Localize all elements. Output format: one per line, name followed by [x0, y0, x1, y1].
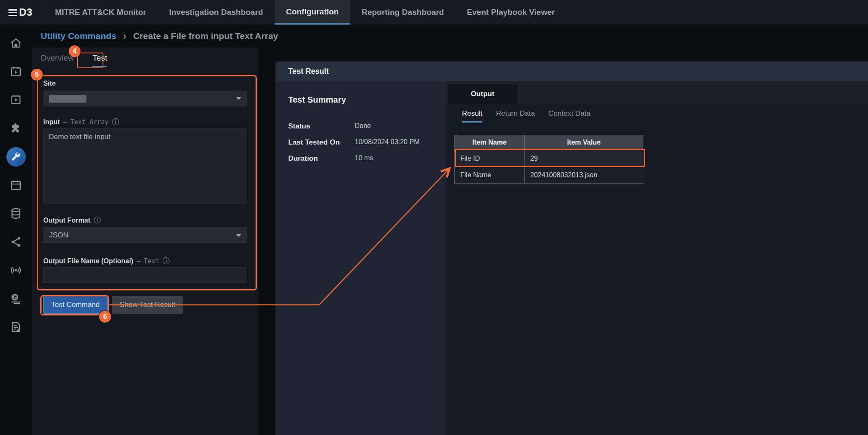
summary-row-status: Status Done — [288, 122, 441, 131]
test-command-button[interactable]: Test Command — [43, 296, 108, 314]
scheduled-playbook-icon — [10, 65, 22, 78]
result-table: Item Name Item Value File ID 29 File Nam… — [454, 135, 643, 184]
duration-value: 10 ms — [355, 154, 373, 163]
info-icon[interactable]: ⓘ — [94, 215, 101, 225]
top-nav: D3 MITRE ATT&CK Monitor Investigation Da… — [0, 0, 868, 25]
output-file-name-input[interactable] — [43, 267, 247, 283]
home-icon — [10, 37, 22, 49]
show-test-result-button[interactable]: Show Test Result — [112, 296, 183, 314]
sidebar-item-calendar[interactable] — [0, 171, 32, 199]
site-value-redacted — [49, 95, 86, 103]
chevron-down-icon — [236, 97, 241, 100]
output-section: Output Result Return Data Context Data I… — [446, 81, 868, 435]
test-result-title: Test Result — [288, 67, 329, 76]
output-file-name-label: Output File Name (Optional) – Text ⓘ — [43, 256, 170, 266]
test-summary-section: Test Summary Status Done Last Tested On … — [275, 81, 446, 435]
subtab-context-data[interactable]: Context Data — [548, 109, 590, 123]
tab-test[interactable]: Test — [92, 53, 107, 67]
nav-item-mitre-attck-monitor[interactable]: MITRE ATT&CK Monitor — [44, 0, 158, 25]
video-file-icon — [10, 94, 22, 106]
table-header-row: Item Name Item Value — [455, 135, 643, 150]
calendar-icon — [10, 179, 22, 191]
subtab-result[interactable]: Result — [462, 109, 482, 123]
test-actions: Test Command Show Test Result — [43, 296, 183, 314]
file-id-name-cell: File ID — [455, 150, 525, 167]
test-summary-title: Test Summary — [288, 95, 346, 105]
input-label: Input – Text Array ⓘ — [43, 117, 119, 127]
database-icon — [10, 207, 22, 220]
output-format-label: Output Format ⓘ — [43, 215, 101, 225]
sidebar-item-broadcast[interactable] — [0, 256, 32, 284]
nav-item-configuration[interactable]: Configuration — [275, 0, 351, 25]
app-screen: D3 MITRE ATT&CK Monitor Investigation Da… — [0, 0, 868, 435]
sidebar-item-connections[interactable] — [0, 228, 32, 256]
test-result-panel: Test Result Test Summary Status Done Las… — [275, 61, 868, 435]
sidebar-item-utility-commands[interactable] — [0, 142, 32, 171]
info-icon[interactable]: ⓘ — [112, 117, 119, 127]
input-textarea[interactable]: Demo text file input — [43, 128, 247, 204]
sidebar-item-video-playbook[interactable] — [0, 86, 32, 114]
last-tested-value: 10/08/2024 03:20 PM — [355, 138, 420, 147]
d3-logo-text: D3 — [19, 6, 33, 18]
output-format-value: JSON — [49, 231, 68, 240]
d3-logo-icon — [8, 9, 17, 16]
sidebar-item-integrations[interactable] — [0, 114, 32, 142]
column-header-item-name: Item Name — [455, 135, 525, 150]
chevron-down-icon — [236, 234, 241, 237]
sidebar-item-document-audit[interactable] — [0, 313, 32, 341]
output-tabstrip: Output — [446, 81, 868, 104]
sidebar — [0, 25, 32, 435]
status-label: Status — [288, 122, 355, 131]
site-dropdown[interactable] — [43, 91, 247, 106]
output-format-dropdown[interactable]: JSON — [43, 227, 247, 243]
sidebar-item-home[interactable] — [0, 29, 32, 57]
output-subtabs: Result Return Data Context Data — [462, 109, 590, 123]
share-icon — [10, 236, 22, 248]
summary-row-duration: Duration 10 ms — [288, 154, 441, 163]
last-tested-label: Last Tested On — [288, 138, 355, 147]
breadcrumb: Utility Commands › Create a File from in… — [0, 25, 868, 47]
status-value: Done — [355, 122, 371, 131]
command-test-panel: Overview Test Site Input – Text Array ⓘ … — [32, 47, 259, 435]
duration-label: Duration — [288, 154, 355, 163]
summary-row-last-tested: Last Tested On 10/08/2024 03:20 PM — [288, 138, 441, 147]
page-title: Create a File from input Text Array — [133, 31, 278, 41]
file-id-value-cell: 29 — [525, 150, 643, 167]
nav-item-event-playbook-viewer[interactable]: Event Playbook Viewer — [455, 0, 566, 25]
utility-commands-icon — [10, 151, 22, 163]
breadcrumb-separator-icon: › — [123, 31, 127, 42]
file-name-link[interactable]: 20241008032013.json — [530, 171, 597, 179]
geo-report-icon — [10, 293, 22, 305]
info-icon[interactable]: ⓘ — [162, 256, 170, 266]
tab-output[interactable]: Output — [448, 84, 517, 104]
d3-logo[interactable]: D3 — [0, 0, 44, 25]
test-result-header: Test Result — [275, 61, 868, 81]
integrations-icon — [10, 122, 22, 134]
document-audit-icon — [10, 321, 22, 333]
sidebar-item-scheduled-playbook[interactable] — [0, 57, 32, 86]
file-name-name-cell: File Name — [455, 167, 525, 183]
broadcast-icon — [10, 264, 22, 276]
command-tabs: Overview Test — [40, 53, 107, 67]
sidebar-item-database[interactable] — [0, 199, 32, 228]
table-row-file-name: File Name 20241008032013.json — [455, 167, 643, 183]
active-item-highlight — [6, 147, 26, 167]
column-header-item-value: Item Value — [525, 135, 643, 150]
nav-item-reporting-dashboard[interactable]: Reporting Dashboard — [350, 0, 455, 25]
table-row-file-id: File ID 29 — [455, 150, 643, 167]
sidebar-item-geo-report[interactable] — [0, 284, 32, 313]
tab-overview[interactable]: Overview — [40, 53, 74, 67]
subtab-return-data[interactable]: Return Data — [496, 109, 535, 123]
nav-item-investigation-dashboard[interactable]: Investigation Dashboard — [158, 0, 275, 25]
site-label: Site — [43, 80, 56, 87]
breadcrumb-parent-link[interactable]: Utility Commands — [41, 31, 117, 41]
